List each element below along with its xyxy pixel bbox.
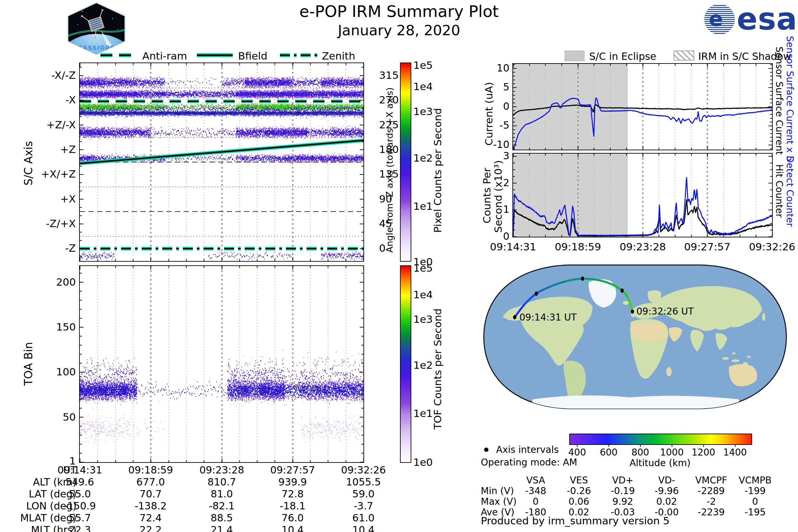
tof-colorbar-labels-item: 1e4	[413, 289, 433, 301]
pixel-colorbar-labels-item: 1e3	[413, 106, 433, 117]
esa-globe-icon: e	[704, 4, 735, 35]
ephemeris-table-item: 22.2	[117, 524, 184, 532]
counts-right-label-black: Hit Counter	[774, 164, 785, 218]
time-axis-tick-labels-item: 09:27:57	[677, 241, 737, 253]
ephemeris-table-item: 939.9	[259, 476, 326, 488]
ephemeris-table-item: 81.0	[189, 488, 255, 500]
voltage-table-item: -199	[732, 486, 778, 496]
altitude-colorbar	[569, 434, 752, 445]
counts-ylabel-line2: Second (x10³)	[492, 160, 504, 233]
voltage-table-item: Max (V)	[481, 496, 517, 507]
voltage-table-item: 0	[732, 496, 778, 507]
track-end-time-label: 09:32:26 UT	[636, 306, 694, 317]
voltage-table-item: -2289	[688, 486, 735, 496]
attitude-legend-antiram-sample	[99, 51, 138, 60]
ephemeris-table-item: 677.0	[117, 476, 184, 488]
voltage-table-item: VES	[556, 475, 602, 486]
ephemeris-table-item: 61.0	[330, 512, 397, 524]
voltage-table-item: VD-	[643, 475, 690, 486]
toa-spectrogram-panel	[79, 265, 364, 463]
attitude-spectrogram-panel	[79, 62, 364, 262]
page-date: January 28, 2020	[233, 22, 565, 39]
operating-mode: Operating mode: AM	[481, 457, 577, 468]
ephemeris-table-item: 55.0	[46, 488, 113, 500]
attitude-legend-zenith-sample	[279, 51, 319, 60]
voltage-table-item: 0.06	[556, 496, 602, 507]
time-axis-tick-labels-item: 09:23:28	[613, 241, 673, 253]
ephemeris-table-item: 09:18:59	[117, 464, 184, 476]
altitude-colorbar-ticks-item: 1400	[720, 447, 750, 458]
ephemeris-table-item: -3.7	[330, 500, 397, 512]
patch-title-text: CASSIOPE	[78, 44, 115, 51]
current-chart-canvas	[513, 64, 772, 150]
produced-by: Produced by irm_summary version 5	[481, 515, 670, 527]
time-axis-tick-labels-item: 09:32:26	[742, 241, 798, 253]
angle-axis-tick-labels-item: 315	[379, 69, 399, 81]
ephemeris-table-item: 10.4	[330, 524, 397, 532]
ephemeris-table-item: 10.4	[259, 524, 326, 532]
voltage-table-item: VD+	[600, 475, 646, 486]
attitude-spectrogram-canvas	[80, 63, 363, 261]
esa-logo: e esa	[704, 3, 797, 36]
ephemeris-table-item: 70.7	[117, 488, 184, 500]
tof-colorbar	[400, 265, 411, 463]
altitude-tick	[577, 444, 577, 447]
current-ytick-labels-item: -10	[472, 139, 509, 150]
voltage-table-item: VSA	[512, 475, 559, 486]
voltage-table-item: -9.96	[643, 486, 690, 496]
current-ytick-labels-item: 10	[472, 62, 509, 74]
tof-colorbar-labels-item: 1e2	[413, 359, 433, 371]
current-right-label-blue: Sensor Surface Current x 5	[784, 36, 795, 162]
ephemeris-table-item: 09:14:31	[46, 464, 113, 476]
ground-track-map: 09:14:31 UT 09:32:26 UT	[483, 264, 787, 411]
altitude-tick	[703, 444, 704, 447]
altitude-colorbar-ticks-item: 400	[562, 447, 592, 458]
voltage-table-item: 0	[512, 496, 559, 507]
ephemeris-table-item: 72.8	[259, 488, 326, 500]
counts-ytick-labels-item: 3	[472, 150, 509, 162]
legend-bfield-label: Bfield	[238, 50, 267, 62]
tof-colorbar-labels-item: 1e0	[413, 456, 433, 468]
ephemeris-table-item: 21.4	[189, 524, 255, 532]
ephemeris-table-item: 55.7	[46, 512, 113, 524]
sc-axis-band-labels-item: -X	[0, 94, 76, 106]
sc-axis-band-labels-item: -Z	[0, 242, 76, 254]
altitude-colorbar-ticks-item: 1200	[689, 447, 719, 458]
pixel-colorbar-labels-item: 1e4	[413, 80, 433, 92]
counts-right-label-blue: Detect Counter	[784, 156, 795, 227]
shadow-legend-swatch	[673, 51, 694, 60]
counts-ytick-labels-item: 2	[472, 177, 509, 189]
sc-axis-band-labels-item: +X	[0, 193, 76, 205]
altitude-colorbar-title: Altitude (km)	[593, 457, 726, 469]
altitude-tick	[640, 444, 641, 447]
tof-colorbar-labels-item: 1e1	[413, 407, 433, 419]
toa-tick-labels-item: 150	[0, 321, 76, 333]
voltage-table-item: -2239	[688, 507, 735, 518]
sc-axis-band-labels-item: -Z/+X	[0, 217, 76, 229]
pixel-colorbar-labels-item: 1e1	[413, 200, 433, 212]
ephemeris-table-item: 1055.5	[330, 476, 397, 488]
ephemeris-table-item: 88.5	[189, 512, 255, 524]
ephemeris-table-item: -82.1	[189, 500, 255, 512]
toa-spectrogram-canvas	[80, 266, 363, 462]
axis-intervals-label: Axis intervals	[496, 444, 558, 455]
eclipse-legend-label: S/C in Eclipse	[589, 51, 657, 62]
track-start-time-label: 09:14:31 UT	[519, 312, 577, 323]
ephemeris-table-item: 09:23:28	[189, 464, 255, 476]
counts-ytick-labels-item: 1	[472, 204, 509, 215]
cassiope-mission-patch: CASSIOPE	[62, 1, 130, 56]
epop-irm-summary-page: { "header": { "title": "e-POP IRM Summar…	[0, 0, 798, 532]
ephemeris-table-item: -18.1	[259, 500, 326, 512]
voltage-table-item: VCMPB	[732, 475, 778, 486]
tof-colorbar-labels-item: 1e5	[413, 262, 433, 274]
angle-axis-title: Angle from -Z axis (towards +X axis)	[384, 88, 395, 253]
altitude-tick	[608, 444, 609, 447]
ephemeris-table-item: 09:27:57	[259, 464, 326, 476]
ephemeris-table-item: 59.0	[330, 488, 397, 500]
voltage-table-item: -2	[688, 496, 735, 507]
voltage-table-item: 9.92	[600, 496, 646, 507]
ephemeris-table-item: 76.0	[259, 512, 326, 524]
current-ytick-labels-item: -5	[472, 119, 509, 131]
axis-interval-marker	[631, 309, 634, 314]
current-ytick-labels-item: 5	[472, 81, 509, 93]
